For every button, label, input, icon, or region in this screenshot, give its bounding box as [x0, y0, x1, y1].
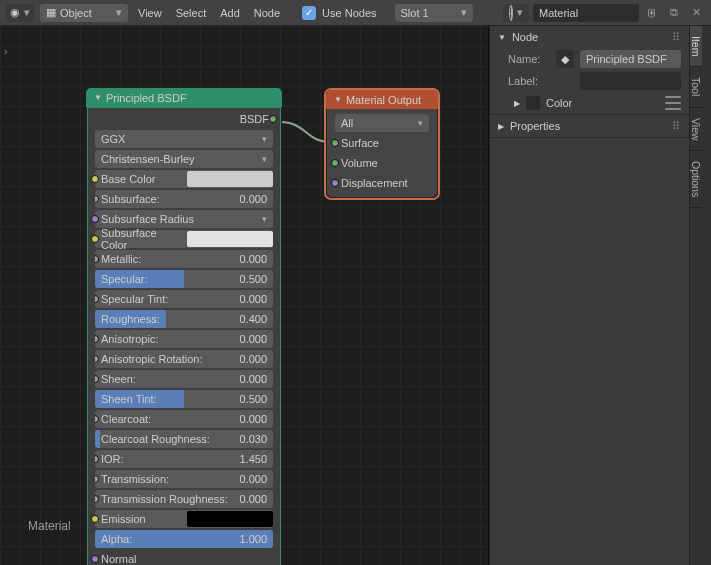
menu-select[interactable]: Select: [172, 7, 211, 19]
input-displacement: Displacement: [335, 174, 429, 192]
panel-header-properties[interactable]: ▶ Properties ⠿: [490, 115, 689, 137]
input-label: Specular Tint:: [101, 293, 168, 305]
input-value: 0.000: [239, 413, 267, 425]
field-label: Color: [546, 97, 572, 109]
input-subsurface[interactable]: Subsurface: 0.000: [95, 190, 273, 208]
input-slider[interactable]: Anisotropic:0.000: [95, 330, 273, 348]
output-label: BSDF: [240, 113, 269, 125]
input-normal: Normal: [95, 550, 273, 565]
sss-method-selector[interactable]: Christensen-Burley▾: [95, 150, 273, 168]
material-browse-button[interactable]: ▾: [503, 4, 529, 22]
node-editor-icon: ◉: [10, 6, 20, 19]
input-slider[interactable]: Transmission Roughness:0.000: [95, 490, 273, 508]
socket-out-bsdf[interactable]: [269, 115, 277, 123]
tab-view[interactable]: View: [690, 108, 702, 152]
socket-in[interactable]: [95, 295, 99, 303]
panel-title: Properties: [510, 120, 560, 132]
input-label: Metallic:: [101, 253, 141, 265]
use-nodes-checkbox[interactable]: ✓: [302, 6, 316, 20]
breadcrumb[interactable]: ›: [4, 46, 7, 57]
interaction-mode-selector[interactable]: ▦ Object ▾: [40, 4, 128, 22]
color-presets-icon[interactable]: [665, 96, 681, 110]
tab-tool[interactable]: Tool: [690, 67, 702, 107]
input-label: IOR:: [101, 453, 124, 465]
node-side-panel: ▼ Node ⠿ Name: ◆ Principled BSDF Label: …: [489, 26, 689, 565]
socket-in[interactable]: [95, 375, 99, 383]
use-custom-color-checkbox[interactable]: [526, 96, 540, 110]
socket-in[interactable]: [95, 255, 99, 263]
tab-options[interactable]: Options: [690, 151, 702, 208]
color-swatch[interactable]: [187, 511, 273, 527]
color-swatch[interactable]: [187, 231, 273, 247]
input-value: 1.450: [239, 453, 267, 465]
input-slider[interactable]: Anisotropic Rotation:0.000: [95, 350, 273, 368]
field-label: Name:: [508, 53, 550, 65]
node-header[interactable]: ▼ Principled BSDF: [86, 88, 282, 107]
socket-in[interactable]: [95, 455, 99, 463]
input-label: Subsurface:: [101, 193, 160, 205]
input-slider[interactable]: Specular Tint:0.000: [95, 290, 273, 308]
collapse-triangle-icon[interactable]: ▶: [498, 122, 504, 131]
menu-node[interactable]: Node: [250, 7, 284, 19]
collapse-triangle-icon[interactable]: ▼: [498, 33, 506, 42]
input-subsurface-radius[interactable]: Subsurface Radius▾: [95, 210, 273, 228]
input-slider[interactable]: Clearcoat Roughness:0.030: [95, 430, 273, 448]
unlink-button[interactable]: ✕: [687, 4, 705, 22]
menu-view[interactable]: View: [134, 7, 166, 19]
output-target-selector[interactable]: All▾: [335, 114, 429, 132]
socket-in[interactable]: [91, 235, 99, 243]
node-label-input[interactable]: [580, 72, 681, 90]
socket-in[interactable]: [331, 159, 339, 167]
collapse-triangle-icon[interactable]: ▼: [334, 95, 342, 104]
panel-header-node[interactable]: ▼ Node ⠿: [490, 26, 689, 48]
tab-item[interactable]: Item: [690, 26, 702, 67]
socket-in[interactable]: [95, 475, 99, 483]
input-label: Emission: [101, 513, 146, 525]
grip-icon: ⠿: [672, 31, 681, 44]
input-subsurface-color[interactable]: Subsurface Color: [95, 230, 273, 248]
input-slider[interactable]: IOR:1.450: [95, 450, 273, 468]
color-swatch[interactable]: [187, 171, 273, 187]
material-name-field[interactable]: Material: [533, 4, 639, 22]
input-slider[interactable]: Roughness:0.400: [95, 310, 273, 328]
socket-in[interactable]: [95, 415, 99, 423]
distribution-selector[interactable]: GGX▾: [95, 130, 273, 148]
node-name-input[interactable]: Principled BSDF: [580, 50, 681, 68]
menu-add[interactable]: Add: [216, 7, 244, 19]
socket-in[interactable]: [91, 515, 99, 523]
slot-selector[interactable]: Slot 1 ▾: [395, 4, 473, 22]
input-slider[interactable]: Clearcoat:0.000: [95, 410, 273, 428]
output-bsdf: BSDF: [95, 110, 273, 128]
node-material-output[interactable]: ▼ Material Output All▾ Surface Volume Di…: [324, 88, 440, 200]
node-header[interactable]: ▼ Material Output: [326, 90, 438, 109]
collapse-triangle-icon[interactable]: ▼: [94, 93, 102, 102]
input-emission[interactable]: Emission: [95, 510, 273, 528]
input-alpha[interactable]: Alpha: 1.000: [95, 530, 273, 548]
dropdown-value: Christensen-Burley: [101, 153, 195, 165]
socket-in[interactable]: [91, 215, 99, 223]
socket-in[interactable]: [331, 179, 339, 187]
socket-in[interactable]: [95, 355, 99, 363]
input-base-color[interactable]: Base Color: [95, 170, 273, 188]
input-label: Sheen Tint:: [101, 393, 157, 405]
new-material-button[interactable]: ⧉: [665, 4, 683, 22]
input-slider[interactable]: Specular:0.500: [95, 270, 273, 288]
input-slider[interactable]: Metallic:0.000: [95, 250, 273, 268]
input-slider[interactable]: Sheen:0.000: [95, 370, 273, 388]
input-slider[interactable]: Transmission:0.000: [95, 470, 273, 488]
socket-in[interactable]: [331, 139, 339, 147]
input-slider[interactable]: Sheen Tint:0.500: [95, 390, 273, 408]
socket-in[interactable]: [95, 195, 99, 203]
input-value: 0.030: [239, 433, 267, 445]
node-editor-canvas[interactable]: › Material ▼ Principled BSDF BSDF GGX▾ C…: [0, 26, 489, 565]
node-type-icon[interactable]: ◆: [556, 50, 574, 68]
socket-in[interactable]: [91, 175, 99, 183]
node-principled-bsdf[interactable]: ▼ Principled BSDF BSDF GGX▾ Christensen-…: [86, 88, 282, 565]
expand-triangle-icon[interactable]: ▶: [514, 99, 520, 108]
editor-type-selector[interactable]: ◉▾: [6, 4, 34, 22]
socket-in[interactable]: [95, 335, 99, 343]
socket-in[interactable]: [95, 495, 99, 503]
dropdown-value: All: [341, 117, 353, 129]
socket-in[interactable]: [91, 555, 99, 563]
pin-button[interactable]: ⛨: [643, 4, 661, 22]
